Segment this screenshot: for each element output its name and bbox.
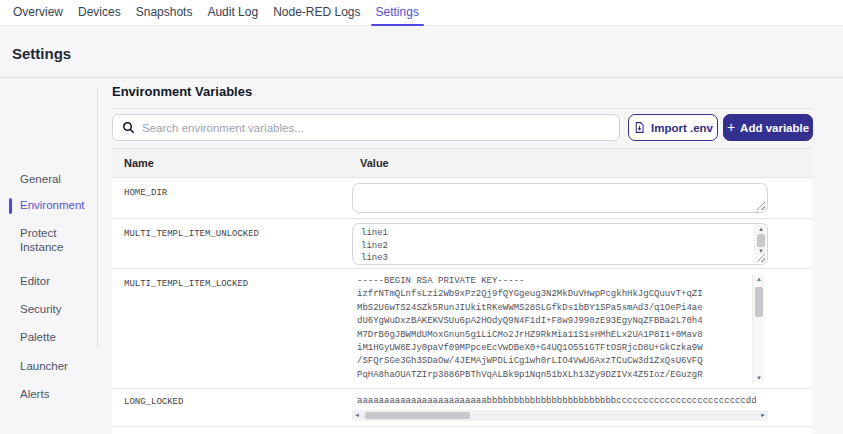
sidebar-item-protect-instance[interactable]: Protect Instance xyxy=(20,226,92,254)
sidebar-item-general[interactable]: General xyxy=(20,172,92,186)
table-header-row: Name Value xyxy=(112,149,812,178)
table-row-multi-templ-item-locked: MULTI_TEMPL_ITEM_LOCKED -----BEGIN RSA P… xyxy=(112,269,812,389)
sidebar-item-editor[interactable]: Editor xyxy=(20,274,92,288)
import-env-button[interactable]: Import .env xyxy=(628,114,718,141)
search-input[interactable] xyxy=(142,122,610,134)
sidebar-item-security[interactable]: Security xyxy=(20,302,92,316)
search-icon xyxy=(122,121,135,134)
sidebar-item-environment[interactable]: Environment xyxy=(20,198,92,212)
horizontal-scrollbar[interactable]: ◄ ► xyxy=(352,410,768,421)
column-header-value: Value xyxy=(352,157,389,169)
tab-node-red-logs[interactable]: Node-RED Logs xyxy=(273,0,360,26)
instance-tabbar: Overview Devices Snapshots Audit Log Nod… xyxy=(0,0,843,26)
tab-snapshots[interactable]: Snapshots xyxy=(136,0,193,26)
add-variable-button[interactable]: + Add variable xyxy=(723,114,813,141)
scroll-up-icon[interactable]: ▲ xyxy=(753,275,765,284)
scroll-down-icon[interactable]: ▼ xyxy=(753,374,765,383)
env-var-value-textarea[interactable]: line1 line2 line3 line4 ▲ ▼ xyxy=(352,223,768,265)
import-env-label: Import .env xyxy=(651,122,713,134)
vertical-scrollbar[interactable]: ▲ ▼ xyxy=(754,225,766,255)
tab-overview[interactable]: Overview xyxy=(13,0,63,26)
env-var-value-textarea[interactable] xyxy=(352,183,768,213)
plus-icon: + xyxy=(727,120,735,134)
settings-sidebar: General Environment Protect Instance Edi… xyxy=(0,78,97,434)
sidebar-item-palette[interactable]: Palette xyxy=(20,330,92,344)
scroll-up-icon[interactable]: ▲ xyxy=(755,225,767,234)
section-heading-rule xyxy=(112,108,812,109)
sidebar-item-launcher[interactable]: Launcher xyxy=(20,359,92,373)
scroll-left-icon[interactable]: ◄ xyxy=(352,410,362,421)
search-box[interactable] xyxy=(112,114,620,141)
env-var-name: LONG_LOCKED xyxy=(124,397,183,407)
env-var-value-text: line1 line2 line3 line4 xyxy=(361,227,751,265)
sidebar-divider xyxy=(97,88,98,348)
env-var-name: HOME_DIR xyxy=(124,188,167,198)
scrollbar-thumb[interactable] xyxy=(755,287,763,317)
resize-handle-icon[interactable] xyxy=(756,201,765,210)
sidebar-item-alerts[interactable]: Alerts xyxy=(20,387,92,401)
tab-settings[interactable]: Settings xyxy=(376,0,419,26)
scroll-right-icon[interactable]: ► xyxy=(758,410,768,421)
table-row-long-locked: LONG_LOCKED aaaaaaaaaaaaaaaaaaaaaaaabbbb… xyxy=(112,389,812,427)
env-var-value-locked: -----BEGIN RSA PRIVATE KEY----- izfrNTmQ… xyxy=(352,275,768,383)
page-title: Settings xyxy=(12,45,71,62)
section-heading: Environment Variables xyxy=(112,84,252,99)
env-variables-table: Name Value HOME_DIR MULTI_TEMPL_ITEM_UNL… xyxy=(112,148,812,434)
env-var-name: MULTI_TEMPL_ITEM_UNLOCKED xyxy=(124,229,259,239)
page-divider xyxy=(0,77,843,78)
add-variable-label: Add variable xyxy=(740,122,809,134)
import-env-icon xyxy=(633,121,646,134)
scrollbar-thumb[interactable] xyxy=(365,412,470,419)
column-header-name: Name xyxy=(112,157,352,169)
scroll-down-icon[interactable]: ▼ xyxy=(755,247,767,256)
table-row-partial xyxy=(112,427,812,434)
tab-audit-log[interactable]: Audit Log xyxy=(207,0,258,26)
table-row-multi-templ-item-unlocked: MULTI_TEMPL_ITEM_UNLOCKED line1 line2 li… xyxy=(112,219,812,269)
instance-settings-page: Overview Devices Snapshots Audit Log Nod… xyxy=(0,0,843,434)
vertical-scrollbar[interactable]: ▲ ▼ xyxy=(752,275,764,383)
tab-devices[interactable]: Devices xyxy=(78,0,121,26)
env-var-value-locked: aaaaaaaaaaaaaaaaaaaaaaaabbbbbbbbbbbbbbbb… xyxy=(352,396,756,409)
env-var-name: MULTI_TEMPL_ITEM_LOCKED xyxy=(124,279,248,289)
scrollbar-thumb[interactable] xyxy=(757,234,765,247)
table-row-home-dir: HOME_DIR xyxy=(112,178,812,219)
